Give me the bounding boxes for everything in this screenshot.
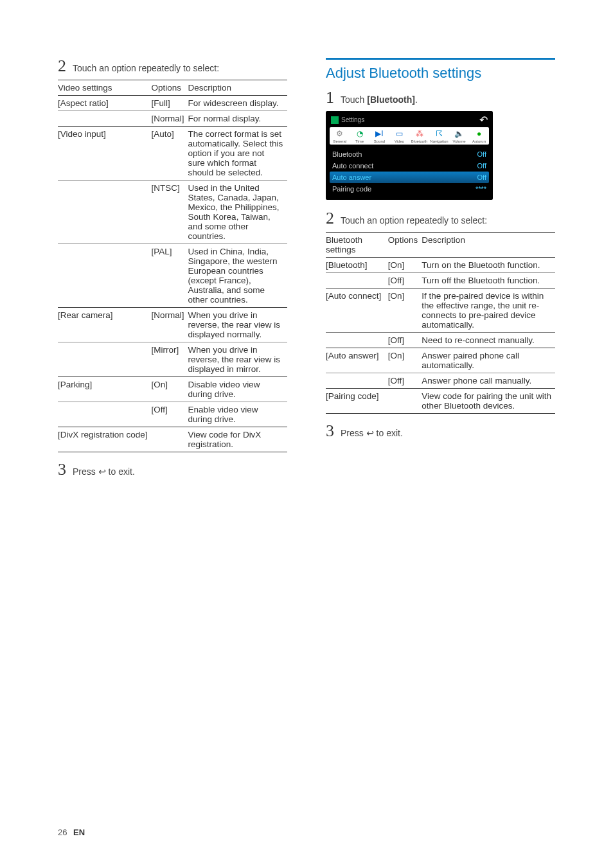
setting-cell xyxy=(58,244,152,308)
back-icon: ↶ xyxy=(479,114,488,126)
clock-icon: ◔ xyxy=(355,128,365,139)
table-row: [Off]Need to re-connect manually. xyxy=(326,333,555,348)
settings-screenshot: Settings ↶ ⚙General◔Time▶︎ISound▭Video⁂B… xyxy=(326,111,493,200)
description-cell: For normal display. xyxy=(188,111,287,127)
option-cell: [Off] xyxy=(388,273,422,288)
setting-cell: [Auto answer] xyxy=(326,348,388,373)
table-row: [Auto connect][On]If the pre-paired devi… xyxy=(326,288,555,333)
table-row: [PAL]Used in China, India, Singapore, th… xyxy=(58,244,287,308)
step-number: 2 xyxy=(326,210,334,227)
step-2: 2 Touch an option repeatedly to select: xyxy=(326,210,555,227)
row-value: Off xyxy=(477,173,486,181)
description-cell: Turn off the Bluetooth function. xyxy=(422,273,555,288)
description-cell: For widescreen display. xyxy=(188,96,287,111)
video-settings-table: Video settings Options Description [Aspe… xyxy=(58,80,287,452)
page-number: 26 xyxy=(58,828,67,837)
tab-label: Time xyxy=(355,139,364,143)
setting-cell xyxy=(58,181,152,244)
header-description: Description xyxy=(422,233,555,258)
screenshot-rows: BluetoothOffAuto connectOffAuto answerOf… xyxy=(330,148,489,195)
screenshot-tab: ●Autorun xyxy=(469,127,489,145)
setting-cell: [Rear camera] xyxy=(58,308,152,342)
setting-cell: [Parking] xyxy=(58,377,152,402)
screenshot-row: BluetoothOff xyxy=(330,148,489,160)
description-cell: Enable video view during drive. xyxy=(188,402,287,427)
option-cell: [Full] xyxy=(152,96,188,111)
setting-cell: [DivX registration code] xyxy=(58,427,152,452)
video-icon: ▭ xyxy=(395,128,405,139)
right-column: Adjust Bluetooth settings 1 Touch [Bluet… xyxy=(326,58,555,483)
screenshot-tab: ⁂Bluetooth xyxy=(409,127,429,145)
page-footer: 26 EN xyxy=(58,828,85,837)
screenshot-tabs: ⚙General◔Time▶︎ISound▭Video⁂Bluetooth☈Na… xyxy=(330,127,489,145)
screenshot-row: Pairing code**** xyxy=(330,183,489,195)
step-number: 2 xyxy=(58,58,66,75)
setting-cell: [Pairing code] xyxy=(326,389,388,414)
step-number: 3 xyxy=(326,423,334,439)
screenshot-tab: ▭Video xyxy=(389,127,409,145)
description-cell: Turn on the Bluetooth function. xyxy=(422,258,555,273)
description-cell: Answer phone call manually. xyxy=(422,373,555,389)
header-options: Options xyxy=(152,80,188,96)
row-label: Bluetooth xyxy=(332,150,362,158)
bt-icon: ⁂ xyxy=(414,128,425,139)
table-row: [Off]Enable video view during drive. xyxy=(58,402,287,427)
option-cell: [Auto] xyxy=(152,127,188,181)
step-number: 1 xyxy=(326,89,334,106)
section-rule xyxy=(326,58,555,60)
setting-cell xyxy=(58,402,152,427)
step-text: Press ↪ to exit. xyxy=(73,466,135,477)
setting-cell: [Video input] xyxy=(58,127,152,181)
table-row: [Rear camera][Normal]When you drive in r… xyxy=(58,308,287,342)
option-cell: [On] xyxy=(152,377,188,402)
header-setting: Video settings xyxy=(58,80,152,96)
table-row: [Off]Turn off the Bluetooth function. xyxy=(326,273,555,288)
option-cell: [Normal] xyxy=(152,111,188,127)
page-lang: EN xyxy=(73,828,85,837)
table-row: [DivX registration code]View code for Di… xyxy=(58,427,287,452)
row-label: Auto connect xyxy=(332,162,373,170)
option-cell: [On] xyxy=(388,288,422,333)
step-3: 3 Press ↪ to exit. xyxy=(326,423,555,439)
screenshot-tab: 🔈Volume xyxy=(449,127,469,145)
screenshot-tab: ☈Navigation xyxy=(429,127,449,145)
sound-icon: ▶︎I xyxy=(375,128,385,139)
screenshot-title: Settings xyxy=(331,116,364,124)
row-value: **** xyxy=(475,185,486,193)
description-cell: Used in China, India, Singapore, the wes… xyxy=(188,244,287,308)
tab-label: Video xyxy=(395,139,404,143)
description-cell: Disable video view during drive. xyxy=(188,377,287,402)
description-cell: When you drive in reverse, the rear view… xyxy=(188,342,287,377)
step-1: 1 Touch [Bluetooth]. xyxy=(326,89,555,106)
nav-icon: ☈ xyxy=(434,128,445,139)
step-number: 3 xyxy=(58,461,66,478)
description-cell: If the pre-paired device is within the e… xyxy=(422,288,555,333)
setting-cell: [Auto connect] xyxy=(326,288,388,333)
step-3: 3 Press ↪ to exit. xyxy=(58,461,287,478)
option-cell: [On] xyxy=(388,348,422,373)
header-options: Options xyxy=(388,233,422,258)
row-label: Pairing code xyxy=(332,185,371,193)
step-text: Touch an option repeatedly to select: xyxy=(73,63,219,73)
option-cell: [Normal] xyxy=(152,308,188,342)
table-row: [NTSC]Used in the United States, Canada,… xyxy=(58,181,287,244)
option-cell: [On] xyxy=(388,258,422,273)
option-cell: [Off] xyxy=(388,333,422,348)
table-row: [Video input][Auto]The correct format is… xyxy=(58,127,287,181)
tab-label: General xyxy=(333,139,346,143)
setting-cell xyxy=(326,373,388,389)
back-icon: ↪ xyxy=(98,466,106,477)
row-value: Off xyxy=(477,162,486,170)
vol-icon: 🔈 xyxy=(454,128,465,139)
row-label: Auto answer xyxy=(332,173,371,181)
screenshot-row: Auto answerOff xyxy=(330,172,489,183)
left-column: 2 Touch an option repeatedly to select: … xyxy=(58,58,287,483)
description-cell: Answer paired phone call automatically. xyxy=(422,348,555,373)
option-cell: [Off] xyxy=(152,402,188,427)
bluetooth-settings-table: Bluetooth settings Options Description [… xyxy=(326,232,555,414)
warn-icon: ● xyxy=(474,128,484,139)
description-cell: Used in the United States, Canada, Japan… xyxy=(188,181,287,244)
setting-cell xyxy=(58,111,152,127)
step-text: Touch [Bluetooth]. xyxy=(341,94,418,105)
setting-cell xyxy=(326,273,388,288)
